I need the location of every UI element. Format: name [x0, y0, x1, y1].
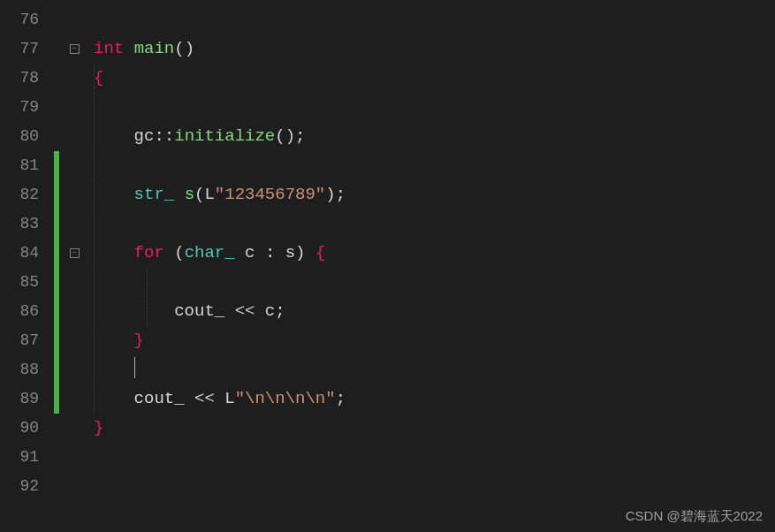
- variable: c: [265, 301, 275, 321]
- string-literal: "\n\n\n\n": [235, 389, 336, 408]
- fold-row: [65, 180, 83, 209]
- change-bar: [54, 64, 59, 93]
- line-number: 77: [0, 34, 51, 64]
- close-brace: }: [134, 331, 144, 350]
- string-prefix: L: [204, 185, 214, 204]
- change-bar: [54, 34, 59, 64]
- line-number: 88: [0, 355, 51, 384]
- keyword-for: for: [134, 243, 164, 262]
- variable: s: [285, 243, 295, 262]
- open-paren: (: [174, 243, 184, 262]
- close-paren: ): [325, 185, 335, 204]
- change-bar: [54, 239, 59, 268]
- fold-row: [65, 268, 83, 297]
- line-number: 86: [0, 297, 51, 326]
- fold-row: [65, 414, 83, 443]
- line-number: 91: [0, 443, 51, 472]
- fold-row: [65, 93, 83, 122]
- code-line: [83, 93, 775, 122]
- change-bar: [54, 297, 59, 326]
- function-name: main: [134, 39, 175, 58]
- line-number: 85: [0, 268, 51, 297]
- change-bar: [54, 122, 59, 151]
- code-editor[interactable]: 7677787980818283848586878889909192 −− in…: [0, 0, 775, 532]
- close-paren: ): [295, 243, 305, 262]
- change-bar: [54, 151, 59, 180]
- parens: (): [174, 39, 194, 58]
- fold-row: [65, 384, 83, 414]
- code-line: cout_ << c;: [83, 297, 775, 326]
- open-brace: {: [94, 68, 103, 87]
- change-bar: [54, 180, 59, 209]
- operator: <<: [235, 301, 255, 321]
- parens: (): [275, 126, 295, 146]
- code-line: [83, 209, 775, 239]
- fold-row: −: [65, 34, 83, 64]
- fold-toggle-icon[interactable]: −: [70, 248, 80, 258]
- fold-row: [65, 355, 83, 384]
- code-line: for (char_ c : s) {: [83, 239, 775, 268]
- string-literal: "123456789": [215, 185, 325, 204]
- fold-row: [65, 5, 83, 34]
- line-number: 83: [0, 209, 51, 239]
- change-bar: [54, 209, 59, 239]
- semicolon: ;: [275, 301, 285, 321]
- fold-row: [65, 443, 83, 472]
- line-number: 79: [0, 93, 51, 122]
- change-bar: [54, 5, 59, 34]
- code-line: [83, 355, 775, 384]
- colon: :: [265, 243, 275, 262]
- semicolon: ;: [336, 389, 346, 408]
- semicolon: ;: [295, 126, 305, 146]
- code-line: [83, 443, 775, 472]
- line-number: 84: [0, 239, 51, 268]
- variable: c: [245, 243, 255, 262]
- line-number: 76: [0, 5, 51, 34]
- fold-row: [65, 122, 83, 151]
- code-line: [83, 472, 775, 501]
- code-line: [83, 268, 775, 297]
- code-line: str_ s(L"123456789");: [83, 180, 775, 209]
- change-bar: [54, 268, 59, 297]
- fold-row: [65, 209, 83, 239]
- code-line: cout_ << L"\n\n\n\n";: [83, 384, 775, 414]
- code-line: gc::initialize();: [83, 122, 775, 151]
- line-number-gutter: 7677787980818283848586878889909192: [0, 0, 51, 532]
- line-number: 90: [0, 414, 51, 443]
- operator: <<: [194, 389, 215, 408]
- code-line: }: [83, 414, 775, 443]
- fold-column: −−: [65, 0, 83, 532]
- keyword-int: int: [94, 39, 124, 58]
- change-bar: [54, 384, 59, 414]
- code-area[interactable]: int main() { gc::initialize(); str_ s(L"…: [83, 0, 775, 532]
- open-paren: (: [194, 185, 204, 204]
- line-number: 87: [0, 326, 51, 355]
- line-number: 78: [0, 64, 51, 93]
- line-number: 89: [0, 384, 51, 414]
- variable: s: [185, 185, 194, 204]
- semicolon: ;: [336, 185, 346, 204]
- watermark: CSDN @碧海蓝天2022: [626, 508, 763, 525]
- fold-row: [65, 151, 83, 180]
- type: str_: [134, 185, 175, 204]
- code-line: [83, 5, 775, 34]
- line-number: 81: [0, 151, 51, 180]
- code-line: }: [83, 326, 775, 355]
- change-margin: [51, 0, 65, 532]
- function-call: initialize: [174, 126, 275, 146]
- line-number: 82: [0, 180, 51, 209]
- line-number: 92: [0, 472, 51, 501]
- fold-row: −: [65, 239, 83, 268]
- change-bar: [54, 326, 59, 355]
- change-bar: [54, 443, 59, 472]
- code-line: {: [83, 64, 775, 93]
- change-bar: [54, 93, 59, 122]
- change-bar: [54, 355, 59, 384]
- change-bar: [54, 414, 59, 443]
- fold-toggle-icon[interactable]: −: [70, 44, 80, 54]
- fold-row: [65, 64, 83, 93]
- code-line: [83, 151, 775, 180]
- namespace: gc: [134, 126, 155, 146]
- string-prefix: L: [224, 389, 234, 408]
- identifier: cout_: [174, 301, 224, 321]
